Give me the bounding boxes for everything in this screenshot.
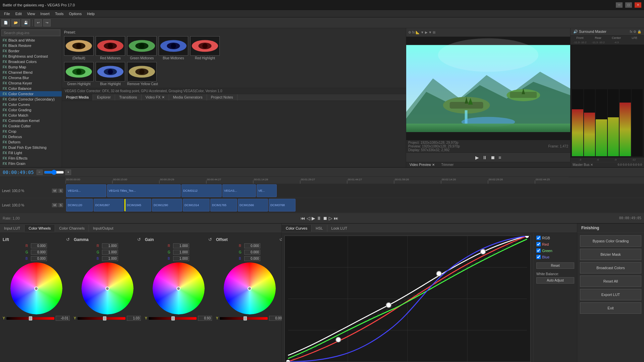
next-frame-btn[interactable]: ▷: [329, 216, 332, 221]
plugin-item-fill-light[interactable]: FXFill Light: [0, 150, 62, 156]
gain-wheel-dot[interactable]: [176, 287, 180, 291]
menu-view[interactable]: View: [24, 11, 38, 16]
preset-default[interactable]: (Default): [64, 36, 94, 60]
minimize-button[interactable]: ─: [616, 2, 623, 8]
tab-color-channels[interactable]: Color Channels: [55, 225, 89, 232]
exit-btn[interactable]: Exit: [580, 302, 641, 314]
lift-r-input[interactable]: [31, 243, 47, 248]
plugin-item-color-corrector[interactable]: FXColor Corrector: [0, 91, 62, 97]
lift-wheel[interactable]: [10, 262, 62, 314]
search-input[interactable]: [1, 29, 60, 36]
tab-project-media[interactable]: Project Media: [62, 94, 93, 101]
timeline-zoom-in[interactable]: +: [65, 170, 71, 175]
plugin-item-color-curves[interactable]: FXColor Curves: [0, 102, 62, 107]
plugin-item-color-corrector-(secondary)[interactable]: FXColor Corrector (Secondary): [0, 97, 62, 102]
lift-wheel-dot[interactable]: [34, 287, 38, 291]
tab-look-lut[interactable]: Look LUT: [327, 225, 352, 232]
tab-video-preview[interactable]: Video Preview ✕: [406, 162, 438, 167]
lift-y-slider[interactable]: [6, 317, 54, 320]
lift-reset-btn[interactable]: ↺: [66, 237, 70, 242]
gamma-wheel[interactable]: [82, 262, 133, 314]
tab-color-curves[interactable]: Color Curves: [282, 225, 312, 232]
preset-blue-midtones[interactable]: Blue Midtones: [159, 36, 188, 60]
timeline-zoom-slider[interactable]: [44, 170, 64, 175]
lift-g-input[interactable]: [31, 250, 47, 255]
clip-dcim1290[interactable]: DCIM1290: [152, 199, 182, 212]
redo-button[interactable]: ↪: [43, 19, 51, 26]
bezier-mask-btn[interactable]: Bézier Mask: [580, 249, 641, 260]
stop-btn[interactable]: ⏹: [323, 216, 327, 221]
clip-dcim1120[interactable]: DCIM1120: [66, 199, 93, 212]
offset-r-input[interactable]: [244, 243, 260, 248]
plugin-item-channel-blend[interactable]: FXChannel Blend: [0, 70, 62, 75]
plugin-item-convolution-kernel[interactable]: FXConvolution Kernel: [0, 118, 62, 123]
clip-dcim1867[interactable]: DCIM1867: [94, 199, 124, 212]
plugin-item-cookie-cutter[interactable]: FXCookie Cutter: [0, 123, 62, 129]
curves-canvas[interactable]: [284, 236, 531, 362]
plugin-item-black-restore[interactable]: FXBlack Restore: [0, 43, 62, 48]
clip-dcim3768[interactable]: DCIM3768: [269, 199, 296, 212]
maximize-button[interactable]: □: [625, 2, 632, 8]
gamma-reset-btn[interactable]: ↺: [137, 237, 141, 242]
pause-button[interactable]: ⏸: [482, 155, 487, 160]
plugin-item-black-and-white[interactable]: FXBlack and White: [0, 38, 62, 43]
menu-insert[interactable]: Insert: [38, 11, 52, 16]
offset-y-slider[interactable]: [220, 317, 268, 320]
checkbox-green[interactable]: [536, 248, 541, 253]
checkbox-blue[interactable]: [536, 255, 541, 259]
gain-y-input[interactable]: [198, 316, 212, 321]
undo-button[interactable]: ↩: [35, 19, 42, 26]
preset-remove-yellow[interactable]: Remove Yellow Cast: [127, 62, 158, 86]
tab-trimmer[interactable]: Trimmer: [438, 162, 457, 167]
prev-frame-btn[interactable]: ◁: [307, 216, 310, 221]
offset-y-input[interactable]: [269, 316, 283, 321]
plugin-item-brightness-and-contrast[interactable]: FXBrightness and Contrast: [0, 54, 62, 59]
menu-edit[interactable]: Edit: [13, 11, 24, 16]
clip-dcim1314[interactable]: DCIM1314: [183, 199, 210, 212]
track-solo-2[interactable]: S: [58, 203, 63, 207]
plugin-item-border[interactable]: FXBorder: [0, 48, 62, 54]
gain-y-slider[interactable]: [149, 317, 197, 320]
clip-dcim3112[interactable]: DCIM3112: [181, 184, 222, 197]
menu-help[interactable]: Help: [84, 11, 97, 16]
preset-green-midtones[interactable]: Green Midtones: [127, 36, 157, 60]
export-lut-btn[interactable]: Export LUT: [580, 289, 641, 300]
plugin-item-crop[interactable]: FXCrop: [0, 129, 62, 134]
offset-b-input[interactable]: [244, 256, 260, 261]
gain-r-input[interactable]: [173, 243, 189, 248]
preset-blue-highlight[interactable]: Blue Highlight: [96, 62, 125, 86]
menu-button[interactable]: ≡: [498, 155, 501, 160]
gain-b-input[interactable]: [173, 256, 189, 261]
tab-explorer[interactable]: Explorer: [93, 94, 115, 101]
offset-g-input[interactable]: [244, 250, 260, 255]
tab-project-notes[interactable]: Project Notes: [207, 94, 237, 101]
plugin-item-deform[interactable]: FXDeform: [0, 139, 62, 145]
offset-wheel-dot[interactable]: [248, 287, 252, 291]
gamma-r-input[interactable]: [102, 243, 118, 248]
plugin-item-film-grain[interactable]: FXFilm Grain: [0, 161, 62, 166]
tab-input-lut[interactable]: Input LUT: [0, 225, 24, 232]
save-button[interactable]: 💾: [21, 19, 30, 26]
plugin-item-chroma-blur[interactable]: FXChroma Blur: [0, 75, 62, 80]
lift-b-input[interactable]: [31, 256, 47, 261]
track-mute-2[interactable]: M: [52, 203, 57, 207]
clip-vegas-1[interactable]: VEGAS...: [66, 184, 106, 197]
plugin-item-color-match[interactable]: FXColor Match: [0, 113, 62, 118]
tab-media-generators[interactable]: Media Generators: [169, 94, 207, 101]
tab-hsl[interactable]: HSL: [312, 225, 327, 232]
play-button[interactable]: ▶: [475, 155, 479, 160]
menu-options[interactable]: Options: [66, 11, 85, 16]
preset-green-highlight[interactable]: Green Highlight: [64, 62, 94, 86]
play-btn[interactable]: ▶: [312, 216, 315, 221]
clip-vegas-titles[interactable]: VEGAS Titles_Tex...: [107, 184, 181, 197]
plugin-item-color-balance[interactable]: FXColor Balance: [0, 86, 62, 91]
track-mute-1[interactable]: M: [52, 189, 57, 193]
rewind-btn[interactable]: ⏮: [301, 216, 305, 221]
forward-btn[interactable]: ⏭: [334, 216, 338, 221]
new-button[interactable]: 📄: [1, 19, 10, 26]
gamma-y-slider[interactable]: [77, 317, 125, 320]
gain-g-input[interactable]: [173, 250, 189, 255]
plugin-item-dual-fish-eye-stitching[interactable]: FXDual Fish Eye Stitching: [0, 145, 62, 150]
broadcast-colors-btn[interactable]: Broadcast Colors: [580, 262, 641, 274]
gamma-b-input[interactable]: [102, 256, 118, 261]
